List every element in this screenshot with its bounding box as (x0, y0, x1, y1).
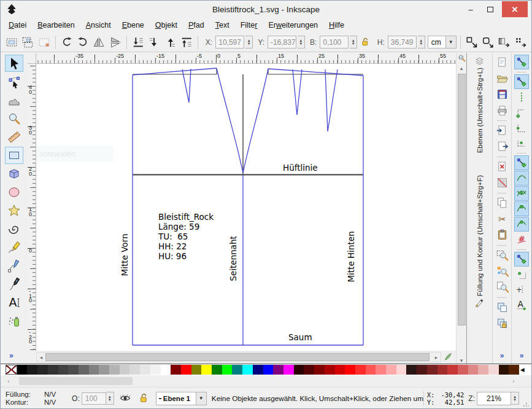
copy-button[interactable] (495, 195, 509, 210)
swatch-800000[interactable] (314, 365, 325, 375)
swatch-782121[interactable] (427, 365, 438, 375)
horizontal-scrollbar[interactable]: ◂ ▸ (36, 352, 441, 362)
minimize-button[interactable]: – (461, 2, 480, 17)
snap-enable-toggle[interactable] (514, 55, 529, 69)
zoom-spinner[interactable]: ▲▼ (511, 392, 519, 405)
snap-bbox-edge-midpoints-toggle[interactable] (514, 120, 529, 135)
swatch-00ff00[interactable] (222, 365, 233, 375)
scale-stroke-button[interactable] (465, 34, 479, 50)
lock-ratio-icon[interactable] (360, 36, 371, 49)
swatch-ff8080[interactable] (376, 365, 386, 375)
snap-path-intersections-toggle[interactable] (514, 186, 529, 201)
maximize-button[interactable] (481, 2, 499, 17)
raise-button[interactable] (163, 34, 177, 50)
snap-text-baseline-toggle[interactable]: A (514, 298, 529, 313)
palette-scroll-thumb[interactable] (19, 377, 133, 385)
swatch-d9d9d9[interactable] (129, 365, 140, 375)
swatch-501616[interactable] (417, 365, 427, 375)
opacity-spinner[interactable]: ▲▼ (106, 392, 114, 405)
zoom-drawing-button[interactable] (495, 263, 509, 278)
swatch-none[interactable] (6, 365, 17, 375)
zoom-input[interactable]: 21% (477, 392, 511, 405)
snap-overflow-button[interactable]: » (520, 351, 524, 360)
swatch-c83737[interactable] (447, 365, 458, 375)
swatch-d35f5f[interactable] (458, 365, 468, 375)
layer-dropdown-icon[interactable]: ▼ (196, 392, 207, 405)
swatch-0000ff[interactable] (263, 365, 274, 375)
scale-corners-button[interactable] (480, 34, 495, 50)
duplicate-button[interactable] (495, 300, 509, 314)
swatch-808080[interactable] (89, 365, 99, 375)
vertical-ruler[interactable]: 4 03 02 01 00- 1 0- 2 0 (28, 64, 36, 351)
swatch-f4d7d7[interactable] (488, 365, 499, 375)
snap-rotation-centers-toggle[interactable]: + (514, 282, 529, 297)
swatch-008080[interactable] (232, 365, 242, 375)
swatch-cccccc[interactable] (120, 365, 130, 375)
scroll-down-icon[interactable]: ▾ (457, 357, 466, 364)
tweak-tool[interactable] (5, 92, 23, 109)
calligraphy-tool[interactable] (5, 276, 23, 293)
menu-bearbeiten[interactable]: Bearbeiten (32, 19, 80, 31)
swatch-000000[interactable] (17, 365, 28, 375)
snap-bbox-centers-toggle[interactable] (514, 136, 529, 150)
menu-erweiterungen[interactable]: Erweiterungen (263, 19, 323, 31)
raise-to-top-button[interactable] (179, 34, 194, 50)
lower-to-bottom-button[interactable] (131, 34, 145, 50)
y-field[interactable]: -16,837 (268, 36, 296, 49)
unit-dropdown-icon[interactable]: ▼ (446, 36, 457, 49)
deselect-button[interactable] (37, 34, 52, 50)
star-tool[interactable] (5, 202, 23, 219)
swatch-00ffff[interactable] (242, 365, 253, 375)
text-tool[interactable]: A (5, 294, 23, 311)
swatch-2b1100[interactable] (499, 365, 509, 375)
move-patterns-button[interactable] (513, 34, 528, 50)
rotate-cw-button[interactable] (75, 34, 90, 50)
zoom-tool[interactable] (5, 110, 23, 127)
opacity-input[interactable]: 100 (82, 392, 106, 405)
swatch-ffffff[interactable] (161, 365, 171, 375)
swatch-404040[interactable] (58, 365, 69, 375)
swatch-262626[interactable] (37, 365, 48, 375)
snap-object-centers-toggle[interactable] (514, 267, 529, 282)
export-button[interactable] (495, 139, 509, 154)
menu-ansicht[interactable]: Ansicht (80, 19, 117, 31)
menu-datei[interactable]: Datei (3, 19, 32, 31)
swatch-666666[interactable] (79, 365, 89, 375)
scroll-left-icon[interactable]: ◂ (37, 354, 45, 360)
swatch-b3b3b3[interactable] (109, 365, 120, 375)
dock-tab-fill-stroke[interactable]: Füllung und Kontur (Umschalt+Strg+F) (474, 172, 485, 310)
paste-button[interactable] (495, 227, 509, 242)
swatch-e9afaf[interactable] (478, 365, 488, 375)
zoom-page-button[interactable] (495, 279, 509, 294)
vertical-scrollbar[interactable]: 1:1 ▴ ▾ (456, 53, 466, 364)
swatch-550000[interactable] (304, 365, 314, 375)
palette-scrollbar[interactable]: ‹ › (1, 375, 531, 387)
undo-unavailable-button[interactable] (495, 159, 509, 174)
swatch-aa0000[interactable] (325, 365, 335, 375)
snap-cusp-nodes-toggle[interactable] (514, 201, 529, 216)
palette-more-icon[interactable]: ◀ (519, 365, 525, 375)
scroll-right-icon[interactable]: ▸ (432, 354, 441, 360)
ellipse-tool[interactable] (5, 184, 23, 201)
lower-button[interactable] (147, 34, 161, 50)
swatch-2b1616[interactable] (406, 365, 417, 375)
swatch-ffaaaa[interactable] (386, 365, 396, 375)
swatch-800000[interactable] (171, 365, 181, 375)
toolbox-overflow-button[interactable]: » (9, 351, 13, 360)
close-button[interactable]: ✕ (502, 1, 528, 17)
swatch-ff2a2a[interactable] (355, 365, 366, 375)
h-field-spinner[interactable]: ▲▼ (418, 36, 425, 49)
swatch-800080[interactable] (273, 365, 283, 375)
snap-others-toggle[interactable] (514, 252, 529, 267)
swatch-2b0000[interactable] (294, 365, 304, 375)
swatch-ff5555[interactable] (366, 365, 376, 375)
redo-unavailable-button[interactable] (495, 175, 509, 190)
swatch-000080[interactable] (253, 365, 263, 375)
spiral-tool[interactable] (5, 220, 23, 238)
snap-smooth-nodes-toggle[interactable] (514, 217, 529, 232)
fill-stroke-indicator[interactable]: Füllung: N/V Kontur: N/V (6, 391, 56, 406)
create-clone-button[interactable] (495, 316, 509, 330)
commands-overflow-button[interactable]: » (500, 351, 504, 360)
palette-scroll-right-icon[interactable]: › (509, 378, 518, 384)
horizontal-scroll-thumb[interactable] (45, 353, 430, 361)
